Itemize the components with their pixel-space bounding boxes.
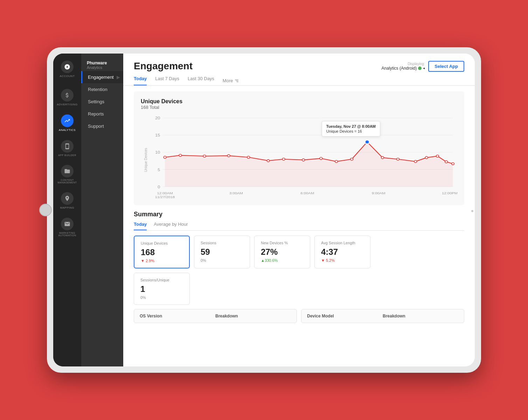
sidebar-item-mapping[interactable]: Mapping [53,189,81,213]
bottom-table-device-model: Device Model Breakdown [301,309,464,323]
metric-value-sessions: 59 [201,247,243,257]
content-icon-circle [61,165,74,177]
settings-label: Settings [88,99,104,104]
analytics-icon-circle [61,114,74,127]
svg-text:15: 15 [155,133,160,137]
datapoint [227,155,230,157]
breakdown-device-label: Breakdown [383,314,458,318]
android-dot [418,66,422,70]
metric-change-new-devices: ▲330.6% [261,258,304,262]
tab-today[interactable]: Today [134,76,147,85]
metric-label-sessions: Sessions [201,241,243,245]
metric-card-unique-devices[interactable]: Unique Devices 168 ▼ 2.9% [134,236,190,268]
metric-label-unique-devices: Unique Devices [141,241,183,245]
page-title: Engagement [134,61,193,72]
analytics-label: Analytics [59,128,76,132]
metric-card-avg-session[interactable]: Avg Session Length 4:37 ▼ 5.2% [314,236,370,268]
breakdown-os-label: Breakdown [215,314,291,318]
sidebar-menu-support[interactable]: Support [81,120,123,132]
sidebar-menu-engagement[interactable]: Engagement ▶ [81,71,123,83]
sidebar: Account Advertising [53,54,123,366]
datapoint [414,160,417,163]
sidebar-section-sub: Analytics [87,65,120,70]
metric-value-avg-session: 4:37 [321,247,364,257]
tablet-outer: Account Advertising [47,47,481,373]
sidebar-menu-reports[interactable]: Reports [81,108,123,120]
home-button[interactable] [39,204,52,216]
mail-icon [64,221,70,227]
tab-more[interactable]: More [223,78,239,83]
tab-last30[interactable]: Last 30 Days [188,76,214,85]
sidebar-item-marketing[interactable]: MARKETING AUTOMATION [53,214,81,240]
dollar-icon [64,92,70,98]
svg-text:Unique Devices: Unique Devices [143,148,148,172]
reports-label: Reports [88,111,104,117]
datapoint [247,156,250,159]
sidebar-section-header: Phunware Analytics [81,56,123,71]
arrow-icon: ▶ [117,75,120,80]
device-model-label: Device Model [307,314,383,318]
os-version-label: OS Version [140,314,215,318]
chart-subtitle: 168 Total [141,105,457,110]
metric-label-sessions-unique: Sessions/Unique [140,278,183,282]
tab-last7[interactable]: Last 7 Days [155,76,179,85]
datapoint [179,154,182,157]
sidebar-item-app-builder[interactable]: APP BUILDER [53,136,81,160]
sidebar-item-analytics[interactable]: Analytics [53,111,81,135]
metric-change-unique-devices: ▼ 2.9% [141,259,183,263]
scrollbar-indicator [471,210,473,212]
chart-svg: 20 15 10 5 0 12:00AM 11/27/2018 3:00AM 6… [141,114,457,198]
logo-icon [64,64,70,70]
advertising-icon-circle [61,89,74,102]
svg-text:11/27/2018: 11/27/2018 [155,195,175,198]
bottom-table-row: OS Version Breakdown Device Model Breakd… [134,309,464,323]
folder-icon [64,168,70,174]
datapoint [397,158,400,160]
sidebar-menu-settings[interactable]: Settings [81,96,123,108]
datapoint [425,156,428,159]
sidebar-menu-retention[interactable]: Retention [81,83,123,96]
account-label: Account [60,75,75,78]
datapoint [445,161,448,163]
support-label: Support [88,124,104,129]
metrics-spacer [194,273,464,305]
svg-text:3:00AM: 3:00AM [229,191,243,195]
app-builder-label: APP BUILDER [58,154,76,156]
displaying-info: Displaying: Analytics (Android) ◂ [382,62,425,71]
more-icon [234,78,239,83]
select-app-button[interactable]: Select App [428,61,464,72]
metric-card-new-devices[interactable]: New Devices % 27% ▲330.6% [254,236,310,268]
metric-card-sessions[interactable]: Sessions 59 0% [194,236,250,268]
svg-text:12:00PM: 12:00PM [442,191,457,195]
displaying-area: Displaying: Analytics (Android) ◂ Select… [382,61,464,72]
svg-text:20: 20 [155,116,160,120]
svg-text:12:00AM: 12:00AM [157,191,173,195]
summary-section: Summary Today Average by Hour Unique Dev… [123,211,475,330]
svg-text:5: 5 [158,167,160,172]
marketing-label: MARKETING AUTOMATION [55,232,79,237]
main-content: Engagement Displaying: Analytics (Androi… [123,54,475,366]
sidebar-item-content-management[interactable]: CONTENT MANAGEMENT [53,161,81,187]
metric-value-sessions-unique: 1 [140,284,183,294]
bottom-table-os-version: OS Version Breakdown [134,309,297,323]
datapoint [164,156,166,159]
datapoint [436,155,439,158]
datapoint [267,160,270,162]
summary-tab-today[interactable]: Today [134,222,147,230]
chart-container: Tuesday, Nov 27 @ 8:00AM Unique Devices … [141,114,457,198]
metric-value-unique-devices: 168 [141,247,183,257]
metric-card-sessions-unique[interactable]: Sessions/Unique 1 0% [134,273,190,305]
sidebar-section-title: Phunware [87,61,120,65]
metric-value-new-devices: 27% [261,247,304,257]
tablet-inner: Account Advertising [53,54,475,366]
sidebar-icons-column: Account Advertising [53,54,81,366]
summary-tab-avg[interactable]: Average by Hour [154,222,188,230]
sidebar-logo-item[interactable]: Account [53,57,81,81]
app-builder-icon-circle [61,140,74,153]
mapping-label: Mapping [60,206,74,209]
sidebar-menu-column: Phunware Analytics Engagement ▶ Retentio… [81,54,123,366]
svg-text:6:00AM: 6:00AM [300,191,314,195]
metric-change-sessions: 0% [201,258,243,262]
sidebar-item-advertising[interactable]: Advertising [53,85,81,110]
chart-section: Unique Devices 168 Total Tuesday, Nov 27… [134,91,464,205]
